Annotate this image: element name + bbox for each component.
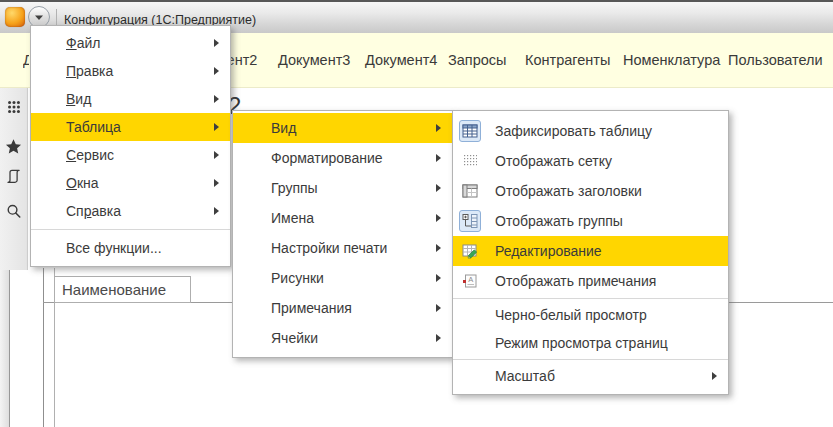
table-submenu: Вид Форматирование Группы Имена Настройк… xyxy=(232,110,453,358)
left-tool-panel xyxy=(0,88,28,270)
tab-nomenklatura[interactable]: Номенклатура xyxy=(623,33,720,88)
apps-grid-icon[interactable] xyxy=(0,96,27,118)
menu-item-freeze-table[interactable]: Зафиксировать таблицу xyxy=(453,116,728,146)
show-headers-icon xyxy=(459,180,481,202)
menu-item-show-headers[interactable]: Отображать заголовки xyxy=(453,176,728,206)
tab-polzovateli[interactable]: Пользователи xyxy=(728,33,823,88)
menu-item-groups[interactable]: Группы xyxy=(233,173,452,203)
tab-kontragenty[interactable]: Контрагенты xyxy=(525,33,610,88)
submenu-arrow-icon xyxy=(436,304,441,312)
submenu-arrow-icon xyxy=(712,372,717,380)
menu-item-print-settings[interactable]: Настройки печати xyxy=(233,233,452,263)
menu-item-edit[interactable]: Правка xyxy=(31,57,230,85)
submenu-arrow-icon xyxy=(214,207,219,215)
menu-separator xyxy=(453,359,728,360)
menu-item-cells[interactable]: Ячейки xyxy=(233,323,452,353)
show-groups-icon xyxy=(459,210,481,232)
menu-item-show-comments[interactable]: A Отображать примечания xyxy=(453,266,728,296)
submenu-arrow-icon xyxy=(214,123,219,131)
menu-item-pictures[interactable]: Рисунки xyxy=(233,263,452,293)
menu-item-formatting[interactable]: Форматирование xyxy=(233,143,452,173)
menu-item-editing[interactable]: Редактирование xyxy=(453,236,728,266)
submenu-arrow-icon xyxy=(214,67,219,75)
chevron-down-icon xyxy=(34,14,44,21)
freeze-table-icon xyxy=(459,120,481,142)
menu-item-comments[interactable]: Примечания xyxy=(233,293,452,323)
left-edge-strip xyxy=(0,270,10,427)
submenu-arrow-icon xyxy=(214,95,219,103)
submenu-arrow-icon xyxy=(436,274,441,282)
submenu-arrow-icon xyxy=(436,214,441,222)
submenu-arrow-icon xyxy=(436,244,441,252)
menu-item-page-view-mode[interactable]: Режим просмотра страниц xyxy=(453,329,728,357)
menu-separator xyxy=(31,229,230,230)
svg-text:A: A xyxy=(468,275,473,284)
menu-item-zoom[interactable]: Масштаб xyxy=(453,362,728,390)
submenu-arrow-icon xyxy=(214,179,219,187)
menu-item-show-groups[interactable]: Отображать группы xyxy=(453,206,728,236)
menu-separator xyxy=(453,298,728,299)
one-c-logo-icon xyxy=(5,7,25,27)
show-comments-icon: A xyxy=(459,270,481,292)
view-submenu: Зафиксировать таблицу Отображать сетку xyxy=(452,110,729,395)
submenu-arrow-icon xyxy=(436,154,441,162)
menu-item-table[interactable]: Таблица xyxy=(31,113,230,141)
column-header-name[interactable]: Наименование xyxy=(54,276,191,303)
submenu-arrow-icon xyxy=(436,184,441,192)
menu-item-service[interactable]: Сервис xyxy=(31,141,230,169)
menu-item-view2[interactable]: Вид xyxy=(233,113,452,143)
menu-item-all-functions[interactable]: Все функции... xyxy=(31,234,230,262)
editing-icon xyxy=(459,240,481,262)
submenu-arrow-icon xyxy=(214,39,219,47)
search-icon[interactable] xyxy=(0,200,27,222)
main-menu: Файл Правка Вид Таблица Сервис Окна Спра… xyxy=(30,25,231,267)
menu-item-view[interactable]: Вид xyxy=(31,85,230,113)
history-icon[interactable] xyxy=(0,164,27,186)
table-left-border xyxy=(43,268,44,427)
submenu-arrow-icon xyxy=(436,334,441,342)
menu-item-help[interactable]: Справка xyxy=(31,197,230,225)
menu-item-bw-view[interactable]: Черно-белый просмотр xyxy=(453,301,728,329)
favorites-star-icon[interactable] xyxy=(0,135,27,157)
submenu-arrow-icon xyxy=(214,151,219,159)
submenu-arrow-icon xyxy=(436,124,441,132)
menu-item-file[interactable]: Файл xyxy=(31,29,230,57)
tab-dokument3[interactable]: Документ3 xyxy=(278,33,350,88)
menu-item-names[interactable]: Имена xyxy=(233,203,452,233)
menu-item-windows[interactable]: Окна xyxy=(31,169,230,197)
tab-dokument4[interactable]: Документ4 xyxy=(365,33,437,88)
app-window: Конфигурация (1С:Предприятие) Д Документ… xyxy=(0,0,833,427)
show-grid-icon xyxy=(459,150,481,172)
menu-item-show-grid[interactable]: Отображать сетку xyxy=(453,146,728,176)
tab-clipped-fragment[interactable]: Д xyxy=(23,33,29,88)
tab-zaprosy[interactable]: Запросы xyxy=(448,33,506,88)
